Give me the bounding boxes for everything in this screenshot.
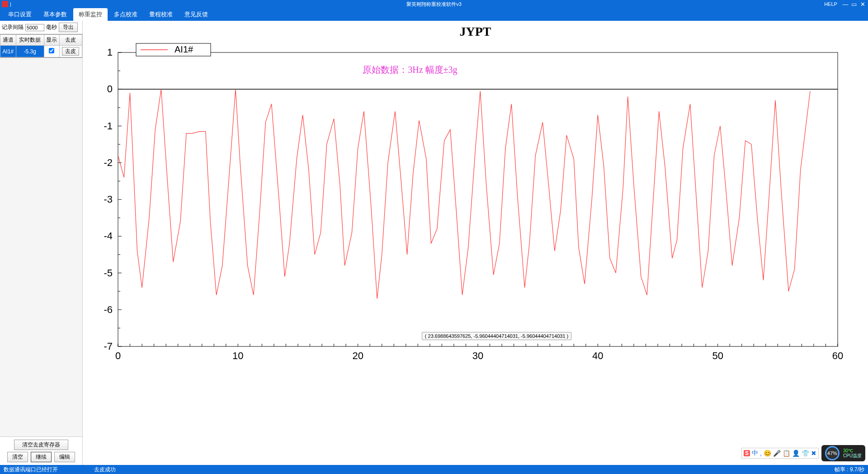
cpu-widget[interactable]: 47% 30℃ CPU温度 <box>821 445 865 461</box>
tab-1[interactable]: 基本参数 <box>38 8 72 21</box>
ime-logo-icon[interactable]: S <box>744 450 750 456</box>
svg-text:-4: -4 <box>104 230 113 242</box>
value-cell: -5.3g <box>16 46 44 57</box>
svg-text:-5: -5 <box>104 267 113 279</box>
status-bar: 数据通讯端口已经打开 去皮成功 帧率 : 9.7/秒 <box>0 465 868 474</box>
ime-item-icon[interactable]: 👕 <box>802 450 809 457</box>
svg-text:0: 0 <box>107 83 113 95</box>
tabs-bar: 串口设置基本参数称重监控多点校准量程校准意见反馈 <box>0 8 868 21</box>
status-right: 帧率 : 9.7/秒 <box>835 466 864 474</box>
svg-text:10: 10 <box>232 350 243 361</box>
column-header[interactable]: 去皮 <box>59 35 82 46</box>
ime-toolbar[interactable]: S 中,😊🎤📋👤👕✖ <box>741 448 819 459</box>
svg-text:20: 20 <box>352 350 363 361</box>
interval-unit: 毫秒 <box>46 24 57 31</box>
chart-title: JYPT <box>83 24 868 39</box>
ime-item-icon[interactable]: 📋 <box>783 450 790 457</box>
svg-text:30: 30 <box>472 350 483 361</box>
show-checkbox-cell[interactable] <box>44 46 59 57</box>
chart-tooltip: ( 23.6988643597625, -5.96044404714031, -… <box>422 332 571 340</box>
svg-text:0: 0 <box>115 350 121 361</box>
export-button[interactable]: 导出 <box>59 23 78 32</box>
bottom-controls: 清空去皮寄存器 清空 继续 编辑 <box>0 436 82 465</box>
svg-text:-6: -6 <box>104 304 113 315</box>
clear-button[interactable]: 清空 <box>7 452 28 462</box>
column-header[interactable]: 实时数据 <box>16 35 44 46</box>
ime-item-icon[interactable]: 中 <box>752 449 758 457</box>
window-controls: — ▭ ✕ <box>842 1 866 8</box>
cpu-temp-label: CPU温度 <box>843 453 862 458</box>
svg-text:50: 50 <box>712 350 723 361</box>
minimize-icon[interactable]: — <box>842 1 849 8</box>
tab-4[interactable]: 量程校准 <box>144 8 178 21</box>
svg-text:原始数据：3Hz     幅度±3g: 原始数据：3Hz 幅度±3g <box>363 65 457 75</box>
chart-area: JYPT -7-6-5-4-3-2-1010102030405060AI1#原始… <box>83 21 868 465</box>
floating-widgets: S 中,😊🎤📋👤👕✖ 47% 30℃ CPU温度 <box>741 445 865 461</box>
ime-item-icon[interactable]: ✖ <box>811 450 816 457</box>
ime-item-icon[interactable]: 😊 <box>764 450 771 457</box>
chart-plot[interactable]: -7-6-5-4-3-2-1010102030405060AI1#原始数据：3H… <box>83 39 851 369</box>
tab-2[interactable]: 称重监控 <box>73 8 108 21</box>
interval-controls: 记录间隔 毫秒 导出 <box>0 21 82 34</box>
clear-tare-register-button[interactable]: 清空去皮寄存器 <box>14 440 68 450</box>
svg-text:AI1#: AI1# <box>175 44 193 54</box>
svg-text:60: 60 <box>832 350 843 361</box>
svg-text:-1: -1 <box>104 120 113 132</box>
tare-cell: 去皮 <box>59 46 82 57</box>
interval-input[interactable] <box>25 24 44 31</box>
svg-text:40: 40 <box>592 350 603 361</box>
left-panel: 记录间隔 毫秒 导出 通道实时数据显示去皮 AI1#-5.3g去皮 清空去皮寄存… <box>0 21 83 465</box>
tab-5[interactable]: 意见反馈 <box>179 8 213 21</box>
status-left: 数据通讯端口已经打开 <box>4 466 58 474</box>
show-checkbox[interactable] <box>49 48 54 53</box>
tab-3[interactable]: 多点校准 <box>108 8 143 21</box>
maximize-icon[interactable]: ▭ <box>850 1 858 8</box>
status-mid: 去皮成功 <box>94 466 116 474</box>
cpu-temp: 30℃ <box>843 448 862 453</box>
ime-item-icon[interactable]: , <box>760 450 762 457</box>
svg-text:-2: -2 <box>104 157 113 168</box>
cpu-percent: 47% <box>825 446 840 460</box>
data-table: 通道实时数据显示去皮 AI1#-5.3g去皮 <box>0 34 82 58</box>
close-icon[interactable]: ✕ <box>859 1 866 8</box>
channel-cell[interactable]: AI1# <box>0 46 16 57</box>
interval-label: 记录间隔 <box>2 24 24 31</box>
ime-item-icon[interactable]: 👤 <box>792 450 800 457</box>
svg-text:-3: -3 <box>104 194 113 205</box>
svg-text:1: 1 <box>107 47 113 58</box>
app-icon <box>2 1 8 7</box>
window-title: 聚英翱翔称重校准软件v3 <box>406 1 462 8</box>
edit-button[interactable]: 编辑 <box>54 452 75 462</box>
titlebar: | 聚英翱翔称重校准软件v3 HELP — ▭ ✕ <box>0 0 868 8</box>
column-header[interactable]: 通道 <box>0 35 16 46</box>
ime-item-icon[interactable]: 🎤 <box>773 450 781 457</box>
tare-button[interactable]: 去皮 <box>62 47 79 56</box>
continue-button[interactable]: 继续 <box>31 452 52 462</box>
column-header[interactable]: 显示 <box>44 35 59 46</box>
svg-rect-0 <box>118 52 838 346</box>
tab-0[interactable]: 串口设置 <box>3 8 37 21</box>
svg-text:-7: -7 <box>104 341 113 352</box>
help-link[interactable]: HELP <box>824 1 837 7</box>
